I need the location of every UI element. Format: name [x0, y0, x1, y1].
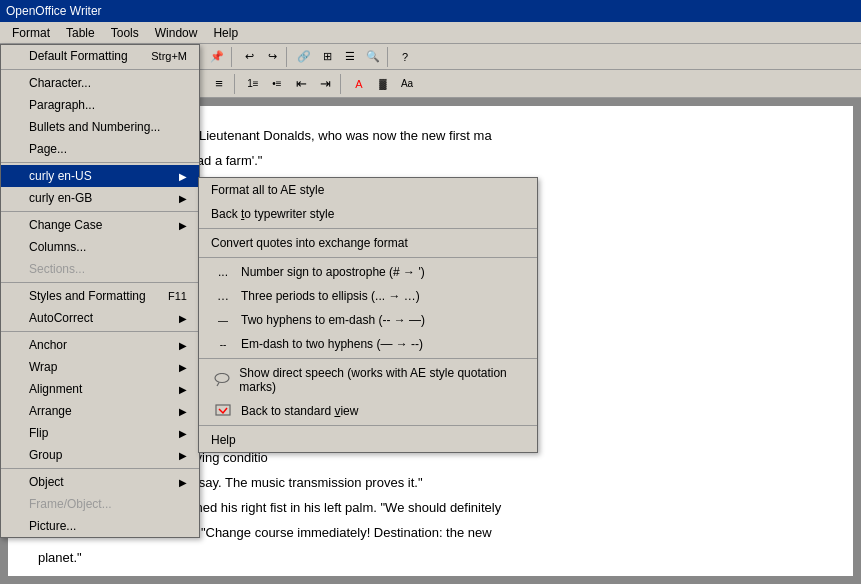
em-dash-prefix: — [211, 315, 235, 326]
menu-columns[interactable]: Columns... [1, 236, 199, 258]
submenu-two-hyphens[interactable]: — Two hyphens to em-dash (-- → —) [199, 308, 537, 332]
submenu-three-periods[interactable]: … Three periods to ellipsis (... → …) [199, 284, 537, 308]
submenu-show-direct-speech[interactable]: Show direct speech (works with AE style … [199, 361, 537, 399]
menu-default-formatting[interactable]: Default Formatting Strg+M [1, 45, 199, 67]
list-num-btn[interactable]: 1≡ [242, 73, 264, 95]
submenu-back-typewriter[interactable]: Back to typewriter style [199, 202, 537, 226]
menu-bullets[interactable]: Bullets and Numbering... [1, 116, 199, 138]
align-justify-btn[interactable]: ≡ [208, 73, 230, 95]
menu-sep-2 [1, 162, 199, 163]
submenu-back-standard-view[interactable]: Back to standard view [199, 399, 537, 423]
menu-curly-en-us[interactable]: curly en-US ▶ [1, 165, 199, 187]
svg-point-0 [215, 374, 229, 383]
font-color-btn[interactable]: A [348, 73, 370, 95]
find-btn[interactable]: 🔍 [362, 46, 384, 68]
menu-autocorrect[interactable]: AutoCorrect ▶ [1, 307, 199, 329]
menu-anchor[interactable]: Anchor ▶ [1, 334, 199, 356]
menu-sep-4 [1, 282, 199, 283]
menu-tools[interactable]: Tools [103, 24, 147, 42]
help-btn[interactable]: ? [394, 46, 416, 68]
undo-btn[interactable]: ↩ [238, 46, 260, 68]
submenu-help[interactable]: Help [199, 428, 537, 452]
title-bar: OpenOffice Writer [0, 0, 861, 22]
menu-help[interactable]: Help [205, 24, 246, 42]
menu-paragraph[interactable]: Paragraph... [1, 94, 199, 116]
submenu-sep-3 [199, 358, 537, 359]
doc-line-18: planet." [38, 548, 823, 569]
submenu-sep-1 [199, 228, 537, 229]
menu-sep-1 [1, 69, 199, 70]
char-format-btn[interactable]: Aa [396, 73, 418, 95]
menu-wrap[interactable]: Wrap ▶ [1, 356, 199, 378]
menu-object[interactable]: Object ▶ [1, 471, 199, 493]
speech-icon [211, 373, 233, 387]
menu-group[interactable]: Group ▶ [1, 444, 199, 466]
menu-sections: Sections... [1, 258, 199, 280]
menu-sep-5 [1, 331, 199, 332]
title-text: OpenOffice Writer [6, 4, 102, 18]
table-btn[interactable]: ⊞ [316, 46, 338, 68]
menu-styles-formatting[interactable]: Styles and Formatting F11 [1, 285, 199, 307]
submenu-em-dash[interactable]: -- Em-dash to two hyphens (— → --) [199, 332, 537, 356]
menu-arrange[interactable]: Arrange ▶ [1, 400, 199, 422]
list-bullet-btn[interactable]: •≡ [266, 73, 288, 95]
highlight-btn[interactable]: ▓ [372, 73, 394, 95]
fmt-sep-4 [340, 74, 344, 94]
menu-frame-object: Frame/Object... [1, 493, 199, 515]
submenu-sep-4 [199, 425, 537, 426]
menu-sep-3 [1, 211, 199, 212]
submenu-convert-quotes[interactable]: Convert quotes into exchange format [199, 231, 537, 255]
menu-curly-en-gb[interactable]: curly en-GB ▶ [1, 187, 199, 209]
menu-picture[interactable]: Picture... [1, 515, 199, 537]
menu-format[interactable]: Format [4, 24, 58, 42]
menu-alignment[interactable]: Alignment ▶ [1, 378, 199, 400]
doc-line-19: "But our original target 'Arda' has been… [38, 572, 823, 576]
submenu-sep-2 [199, 257, 537, 258]
ellipsis-prefix: … [211, 289, 235, 303]
menu-table[interactable]: Table [58, 24, 103, 42]
menu-character[interactable]: Character... [1, 72, 199, 94]
outdent-btn[interactable]: ⇤ [290, 73, 312, 95]
toolbar-sep-5 [387, 47, 391, 67]
toolbar-sep-4 [286, 47, 290, 67]
submenu-format-ae[interactable]: Format all to AE style [199, 178, 537, 202]
curly-en-us-submenu: Format all to AE style Back to typewrite… [198, 177, 538, 453]
two-hyphens-prefix: -- [211, 339, 235, 350]
hyperlink-btn[interactable]: 🔗 [293, 46, 315, 68]
paste-btn[interactable]: 📌 [206, 46, 228, 68]
submenu-number-sign[interactable]: ... Number sign to apostrophe (# → ') [199, 260, 537, 284]
menu-bar: Format Table Tools Window Help Default F… [0, 22, 861, 44]
toolbar-sep-3 [231, 47, 235, 67]
menu-flip[interactable]: Flip ▶ [1, 422, 199, 444]
menu-change-case[interactable]: Change Case ▶ [1, 214, 199, 236]
standard-view-icon [211, 404, 235, 418]
number-sign-prefix: ... [211, 265, 235, 279]
insert-btn[interactable]: ☰ [339, 46, 361, 68]
menu-sep-6 [1, 468, 199, 469]
fmt-sep-3 [234, 74, 238, 94]
menu-window[interactable]: Window [147, 24, 206, 42]
menu-page[interactable]: Page... [1, 138, 199, 160]
redo-btn[interactable]: ↪ [261, 46, 283, 68]
indent-btn[interactable]: ⇥ [314, 73, 336, 95]
format-menu: Default Formatting Strg+M Character... P… [0, 44, 200, 538]
